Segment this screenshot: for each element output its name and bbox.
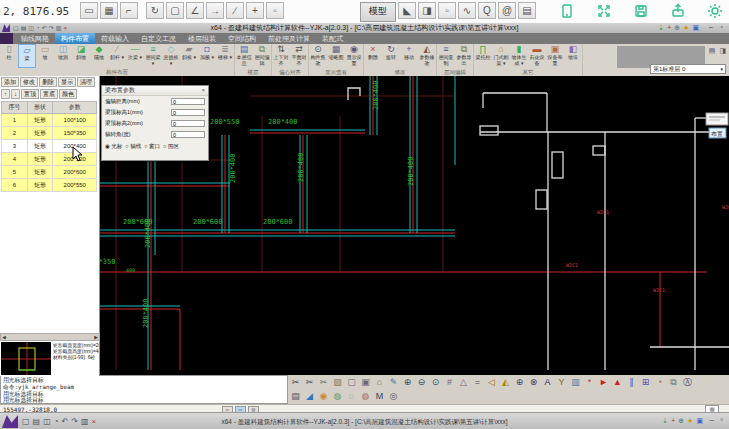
titlebar-icon[interactable]: + bbox=[671, 417, 675, 425]
ribbon-button[interactable]: ↻旋转 bbox=[382, 44, 400, 68]
scroll-right-icon[interactable]: ▶ bbox=[94, 334, 98, 340]
bottom-toolbar-icon[interactable]: ◢ bbox=[303, 390, 316, 403]
ribbon-button[interactable]: ×删除 bbox=[364, 44, 382, 68]
ribbon-button[interactable]: ▰斜板 ▾ bbox=[180, 44, 198, 68]
settings-gear-icon[interactable] bbox=[707, 3, 723, 19]
titlebar-icon[interactable]: ★ bbox=[683, 24, 689, 32]
toolbar-button[interactable]: ▦ bbox=[100, 2, 118, 19]
bottom-toolbar-icon[interactable]: ⊕ bbox=[513, 376, 526, 389]
floor-selector-dropdown[interactable]: 第1标准层 0▾ bbox=[650, 64, 726, 74]
radio-轴线[interactable]: ○ 轴线 bbox=[125, 143, 141, 150]
radio-窗口[interactable]: ○ 窗口 bbox=[144, 143, 160, 150]
bottom-toolbar-icon[interactable]: ◁ bbox=[485, 376, 498, 389]
horizontal-scrollbar[interactable]: ◀▶ bbox=[0, 333, 100, 341]
scroll-left-icon[interactable]: ◀ bbox=[2, 334, 6, 340]
bottom-toolbar-icon[interactable]: ⊗ bbox=[527, 376, 540, 389]
ribbon-button[interactable]: ◉显示设置 bbox=[345, 44, 363, 68]
ribbon-button[interactable]: ≡层间复制 bbox=[437, 44, 455, 68]
toolbar-button[interactable]: ▭ bbox=[80, 2, 98, 19]
ribbon-button[interactable]: ◘加腋 ▾ bbox=[198, 44, 216, 68]
model-button[interactable]: 模型 bbox=[360, 2, 396, 22]
toolbar-button[interactable]: ⌐ bbox=[120, 2, 138, 19]
section-toolbar-button[interactable]: 添加 bbox=[1, 77, 19, 87]
window-buttons[interactable]: – ▫ bbox=[709, 23, 726, 30]
bottom-toolbar-icon[interactable]: ✂ bbox=[317, 376, 330, 389]
toolbar-button[interactable]: ▫ bbox=[438, 2, 456, 19]
bottom-toolbar-icon[interactable]: ⊞ bbox=[639, 376, 652, 389]
toolbar-button[interactable]: + bbox=[246, 2, 264, 19]
section-toolbar-button[interactable]: 置顶 bbox=[21, 89, 39, 99]
ribbon-button[interactable]: +移动 bbox=[400, 44, 418, 68]
ribbon-tab-1[interactable]: 轴线网格 bbox=[15, 33, 55, 44]
ribbon-button[interactable]: ▬石化设备 bbox=[528, 44, 546, 68]
radio-光标[interactable]: ◉ 光标 bbox=[105, 143, 122, 150]
ribbon-tab-2[interactable]: 构件布置 bbox=[55, 33, 95, 44]
bottom-toolbar-icon[interactable]: ◉ bbox=[317, 390, 330, 403]
ribbon-button[interactable]: ⇅上下对齐 bbox=[272, 44, 290, 68]
toolbar-button[interactable]: → bbox=[206, 2, 224, 19]
bottom-toolbar-icon[interactable]: ✂ bbox=[303, 376, 316, 389]
ribbon-button[interactable]: ◪斜墙 bbox=[72, 44, 90, 68]
ribbon-button[interactable]: —次梁 ▾ bbox=[126, 44, 144, 68]
bottom-toolbar-icon[interactable]: ∥ bbox=[625, 376, 638, 389]
bottom-toolbar-icon[interactable]: ✂ bbox=[289, 376, 302, 389]
ribbon-button[interactable]: ∏梁托柱 bbox=[474, 44, 492, 68]
bottom-toolbar-icon[interactable]: △ bbox=[457, 376, 470, 389]
command-line-window[interactable]: 用光标选择目标命令:yjk_arrange_beam用光标选择目标用光标选择目标 bbox=[0, 375, 288, 404]
ribbon-button[interactable]: ⌂门式刚架 ▾ bbox=[492, 44, 510, 68]
section-toolbar-button[interactable]: 显示 bbox=[58, 77, 76, 87]
bottom-toolbar-icon[interactable]: Y bbox=[555, 376, 568, 389]
close-icon[interactable]: × bbox=[201, 86, 205, 95]
bottom-toolbar-icon[interactable]: ▧ bbox=[331, 376, 344, 389]
app-menu-icon[interactable] bbox=[0, 33, 13, 44]
dialog-input[interactable] bbox=[171, 98, 205, 105]
save-icon[interactable] bbox=[633, 3, 649, 19]
titlebar-icon[interactable]: ⇣ bbox=[662, 417, 668, 425]
ribbon-button[interactable]: ▤本层信息 bbox=[235, 44, 253, 68]
ribbon-tab-3[interactable]: 荷载输入 bbox=[95, 33, 135, 44]
section-toolbar-button[interactable]: ↑ bbox=[1, 89, 10, 99]
dialog-input[interactable] bbox=[171, 109, 205, 116]
section-toolbar-button[interactable]: 颜色 bbox=[59, 89, 77, 99]
section-toolbar-button[interactable]: 清理 bbox=[77, 77, 95, 87]
bottom-toolbar-icon[interactable]: M bbox=[373, 390, 386, 403]
ribbon-button[interactable]: ▮墙体生成 ▾ bbox=[510, 44, 528, 68]
titlebar-icon[interactable]: ⊕ bbox=[674, 24, 680, 32]
bottom-toolbar-icon[interactable]: ▥ bbox=[569, 376, 582, 389]
ribbon-tab-4[interactable]: 自定义工况 bbox=[135, 33, 182, 44]
ribbon-button[interactable]: ≣楼梯 ▾ bbox=[216, 44, 234, 68]
bottom-toolbar-icon[interactable]: ▲ bbox=[611, 376, 624, 389]
bottom-toolbar-icon[interactable]: ◍ bbox=[331, 390, 344, 403]
toolbar-button[interactable]: ▢ bbox=[166, 2, 184, 19]
bottom-toolbar-icon[interactable]: Ⓐ bbox=[681, 376, 694, 389]
toolbar-button[interactable]: @ bbox=[498, 2, 516, 19]
bottom-toolbar-icon[interactable]: ✎ bbox=[387, 376, 400, 389]
section-toolbar-button[interactable]: 删除 bbox=[39, 77, 57, 87]
ribbon-tab-6[interactable]: 空间结构 bbox=[222, 33, 262, 44]
radio-围区[interactable]: ○ 围区 bbox=[163, 143, 179, 150]
titlebar-icon[interactable]: ▣ bbox=[692, 24, 699, 32]
bottom-toolbar-icon[interactable]: ◎ bbox=[387, 390, 400, 403]
ribbon-tab-5[interactable]: 楼层组装 bbox=[182, 33, 222, 44]
fullscreen-icon[interactable] bbox=[596, 3, 612, 19]
bottom-toolbar-icon[interactable]: ◭ bbox=[499, 376, 512, 389]
ribbon-button[interactable]: ▦缩略图 bbox=[327, 44, 345, 68]
toolbar-button[interactable]: ∕ bbox=[226, 2, 244, 19]
ribbon-button[interactable]: ⧉层间编辑 bbox=[253, 44, 271, 68]
bottom-toolbar-icon[interactable]: ◌ bbox=[345, 390, 358, 403]
bottom-toolbar-icon[interactable]: = bbox=[471, 376, 484, 389]
ribbon-button[interactable]: ▯柱 bbox=[0, 44, 18, 68]
share-icon[interactable] bbox=[670, 3, 686, 19]
bottom-toolbar-icon[interactable]: ⊖ bbox=[415, 376, 428, 389]
bottom-toolbar-icon[interactable]: # bbox=[443, 376, 456, 389]
bottom-toolbar-icon[interactable]: ◍ bbox=[359, 390, 372, 403]
section-table-row[interactable]: 6矩形200*550 bbox=[2, 179, 97, 192]
ribbon-button[interactable]: ◫墙洞 bbox=[54, 44, 72, 68]
titlebar-icon[interactable]: ★ bbox=[687, 417, 693, 425]
toolbar-button[interactable]: ∠ bbox=[186, 2, 204, 19]
ribbon-button[interactable]: ◧墙垛 bbox=[564, 44, 582, 68]
ribbon-button[interactable]: ▣设备布置 bbox=[546, 44, 564, 68]
titlebar-icon[interactable]: ▣ bbox=[696, 417, 703, 425]
section-toolbar-button[interactable]: ↓ bbox=[11, 89, 20, 99]
toolbar-button[interactable]: ◨ bbox=[418, 2, 436, 19]
